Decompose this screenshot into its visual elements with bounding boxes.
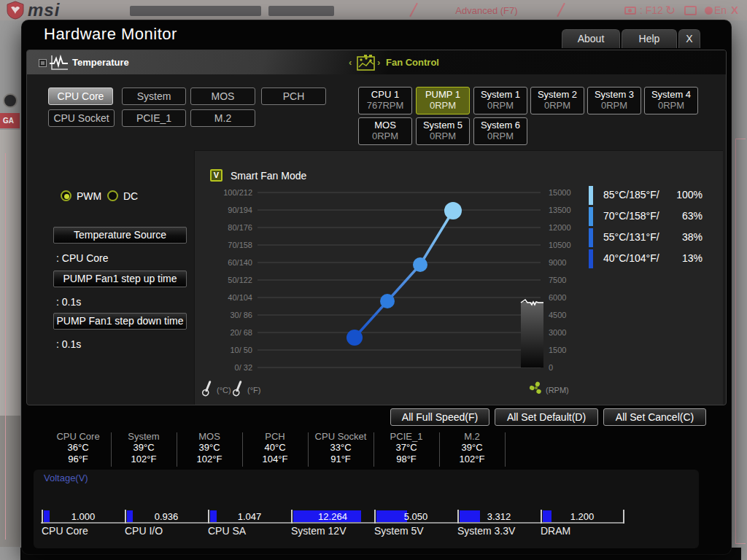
- temp-reading-name: PCH: [242, 431, 308, 442]
- temp-source-button-m-2[interactable]: M.2: [190, 109, 255, 127]
- bios-mode-label[interactable]: Advanced (F7): [432, 5, 541, 16]
- fan-control-section-label: Fan Control: [386, 57, 439, 68]
- legend-temp-label: 55°C/131°F/: [603, 231, 659, 243]
- thermometer-fahrenheit-icon: [232, 380, 244, 397]
- y-axis-unit-rpm: (RPM): [546, 386, 569, 394]
- thermometer-celsius-icon: [201, 380, 213, 397]
- mode-radio-dc[interactable]: [107, 190, 118, 201]
- temp-source-button-pcie-1[interactable]: PCIE_1: [122, 109, 186, 127]
- temp-source-button-cpu-core[interactable]: CPU Core: [48, 88, 113, 105]
- action-button-all-set-default-d-[interactable]: All Set Default(D): [495, 408, 598, 426]
- refresh-icon[interactable]: ↻: [665, 3, 676, 18]
- background-left-panel: [0, 130, 20, 416]
- field-button-0[interactable]: Temperature Source: [53, 227, 187, 244]
- fan-curve-chart[interactable]: 100/2121500090/1941350080/1761200070/158…: [198, 184, 577, 376]
- legend-color-bar: [589, 249, 593, 268]
- temp-reading-fahrenheit: 102°F: [439, 454, 505, 464]
- temp-reading-fahrenheit: 102°F: [177, 454, 242, 464]
- fan-name: System 3: [588, 89, 640, 100]
- temp-reading-name: PCIE_1: [374, 431, 439, 442]
- svg-text:20/ 68: 20/ 68: [230, 328, 252, 337]
- screenshot-icon[interactable]: [624, 7, 636, 15]
- temp-reading-celsius: 40°C: [242, 442, 308, 453]
- voltage-rail-name: System 3.3V: [457, 525, 515, 537]
- voltage-rail-name: System 5V: [374, 525, 424, 537]
- fan-name: System 5: [417, 120, 469, 131]
- tab-x-button[interactable]: X: [678, 29, 700, 48]
- temp-source-button-system[interactable]: System: [122, 88, 186, 105]
- svg-text:9000: 9000: [549, 258, 566, 267]
- temp-source-button-pch[interactable]: PCH: [261, 88, 326, 105]
- svg-text:80/176: 80/176: [228, 223, 252, 232]
- background-accent-line: [5, 153, 6, 540]
- notification-icon[interactable]: [705, 7, 713, 15]
- hardware-monitor-window: Hardware Monitor AboutHelpX Temperature …: [22, 20, 731, 554]
- legend-color-bar: [589, 186, 593, 205]
- svg-text:70/158: 70/158: [228, 241, 252, 249]
- field-value-1: : 0.1s: [56, 296, 81, 308]
- svg-text:30/ 86: 30/ 86: [230, 311, 252, 319]
- temp-source-button-mos[interactable]: MOS: [190, 88, 255, 105]
- fan-nav-prev-icon[interactable]: ‹: [349, 57, 352, 68]
- fan-rpm-icon: [530, 381, 543, 394]
- voltage-value: 1.000: [42, 511, 125, 522]
- fan-rpm-value: 0RPM: [417, 131, 469, 141]
- fan-curve-point-55c[interactable]: [380, 294, 395, 308]
- action-button-all-set-cancel-c-[interactable]: All Set Cancel(C): [603, 408, 706, 426]
- fan-button-system-5[interactable]: System 50RPM: [416, 117, 470, 145]
- temperature-graph-icon: [49, 54, 69, 71]
- voltage-section-label: Voltage(V): [44, 472, 88, 483]
- fan-button-system-6[interactable]: System 60RPM: [473, 117, 527, 145]
- tab-help-button[interactable]: Help: [622, 29, 677, 48]
- tab-about-button[interactable]: About: [562, 29, 620, 48]
- svg-text:12000: 12000: [549, 223, 571, 232]
- monitor-icon[interactable]: [684, 6, 697, 15]
- language-label[interactable]: En: [714, 4, 727, 16]
- fan-curve-point-40c[interactable]: [347, 330, 363, 346]
- temp-reading-name: System: [111, 431, 177, 442]
- fan-button-cpu-1[interactable]: CPU 1767RPM: [358, 87, 412, 114]
- fan-control-icon[interactable]: [357, 54, 375, 71]
- fan-button-mos[interactable]: MOS0RPM: [358, 117, 412, 145]
- temp-reading-celsius: 36°C: [45, 442, 111, 453]
- mode-radio-pwm[interactable]: [61, 190, 71, 201]
- fan-curve-point-85c[interactable]: [444, 202, 462, 219]
- svg-text:3000: 3000: [549, 328, 566, 337]
- fan-curve-point-70c[interactable]: [413, 257, 427, 272]
- fan-button-system-2[interactable]: System 20RPM: [530, 87, 584, 114]
- fan-button-system-1[interactable]: System 10RPM: [473, 87, 527, 114]
- fan-button-pump-1[interactable]: PUMP 10RPM: [416, 87, 470, 114]
- legend-percent-value: 13%: [662, 252, 703, 264]
- temp-reading-fahrenheit: 102°F: [111, 454, 177, 464]
- legend-color-bar: [589, 228, 593, 247]
- fan-nav-next-icon[interactable]: ›: [377, 57, 380, 68]
- fan-button-system-3[interactable]: System 30RPM: [587, 87, 641, 114]
- field-button-2[interactable]: PUMP Fan1 step down time: [53, 313, 187, 330]
- fan-name: System 1: [474, 89, 527, 100]
- field-button-1[interactable]: PUMP Fan1 step up time: [53, 271, 187, 287]
- temp-source-button-cpu-socket[interactable]: CPU Socket: [48, 109, 115, 127]
- smart-fan-mode-checkbox[interactable]: V: [210, 169, 222, 182]
- bios-close-icon[interactable]: X: [731, 4, 738, 16]
- svg-text:1500: 1500: [549, 346, 566, 354]
- legend-temp-label: 70°C/158°F/: [603, 210, 659, 222]
- svg-text:100/212: 100/212: [223, 188, 252, 197]
- legend-temp-label: 85°C/185°F/: [603, 189, 659, 201]
- fan-rpm-value: 0RPM: [417, 100, 469, 111]
- temp-reading-fahrenheit: 96°F: [45, 454, 111, 464]
- background-accent-line: [735, 543, 746, 544]
- fan-button-system-4[interactable]: System 40RPM: [644, 87, 698, 114]
- temp-reading-fahrenheit: 91°F: [308, 454, 374, 464]
- monitor-panel: Temperature ‹ › Fan Control CPU CoreSyst…: [26, 50, 727, 405]
- fan-name: MOS: [359, 120, 411, 131]
- svg-text:15000: 15000: [549, 188, 571, 197]
- legend-percent-value: 100%: [662, 189, 703, 201]
- temp-reading-name: CPU Core: [45, 431, 111, 442]
- action-button-all-full-speed-f-[interactable]: All Full Speed(F): [390, 408, 489, 426]
- fan-name: System 4: [645, 89, 697, 100]
- temp-reading-fahrenheit: 104°F: [242, 454, 308, 464]
- field-value-0: : CPU Core: [56, 252, 109, 264]
- temperature-section-checkbox[interactable]: [39, 59, 47, 67]
- fan-rpm-value: 0RPM: [531, 100, 584, 111]
- temp-reading-celsius: 39°C: [439, 442, 505, 453]
